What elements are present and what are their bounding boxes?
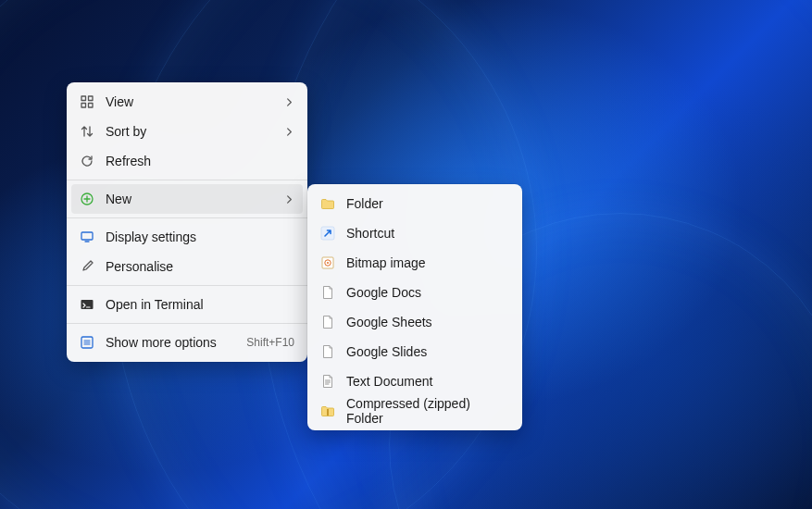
submenu-item-label: Text Document (346, 374, 509, 389)
svg-rect-3 (89, 104, 94, 108)
submenu-item-google-slides[interactable]: Google Slides (313, 337, 517, 366)
menu-item-label: Open in Terminal (106, 297, 294, 312)
svg-rect-1 (89, 96, 94, 101)
menu-item-show-more-options[interactable]: Show more options Shift+F10 (67, 328, 307, 357)
sort-icon (80, 124, 94, 139)
submenu-item-label: Bitmap image (346, 255, 509, 270)
menu-separator (67, 323, 307, 324)
menu-item-refresh[interactable]: Refresh (67, 146, 307, 176)
menu-item-open-in-terminal[interactable]: Open in Terminal (67, 290, 307, 319)
document-icon (320, 285, 335, 300)
submenu-item-label: Compressed (zipped) Folder (346, 396, 509, 426)
zip-folder-icon (320, 403, 335, 418)
menu-separator (67, 180, 307, 180)
document-icon (320, 315, 335, 329)
menu-item-new[interactable]: New (71, 184, 303, 214)
svg-rect-2 (81, 104, 86, 108)
keyboard-shortcut: Shift+F10 (246, 336, 294, 349)
more-options-icon (80, 335, 94, 350)
svg-rect-12 (327, 409, 329, 416)
menu-item-label: New (106, 192, 283, 206)
menu-item-personalise[interactable]: Personalise (67, 252, 307, 281)
svg-rect-0 (81, 96, 86, 101)
bitmap-image-icon (320, 255, 335, 270)
svg-point-11 (327, 262, 329, 264)
submenu-item-label: Folder (346, 196, 509, 211)
menu-item-label: View (106, 94, 283, 109)
refresh-icon (80, 154, 94, 168)
menu-item-label: Personalise (106, 259, 294, 274)
brush-icon (80, 259, 94, 274)
submenu-item-compressed-folder[interactable]: Compressed (zipped) Folder (313, 396, 517, 426)
menu-separator (67, 285, 307, 286)
submenu-item-text-document[interactable]: Text Document (313, 366, 517, 396)
submenu-item-label: Shortcut (346, 226, 509, 241)
svg-rect-5 (81, 232, 93, 240)
submenu-item-google-docs[interactable]: Google Docs (313, 278, 517, 307)
menu-item-sort-by[interactable]: Sort by (67, 117, 307, 146)
chevron-right-icon (283, 126, 294, 137)
folder-icon (320, 196, 335, 211)
menu-item-label: Show more options (106, 335, 246, 350)
submenu-item-bitmap-image[interactable]: Bitmap image (313, 248, 517, 278)
submenu-item-label: Google Slides (346, 344, 509, 359)
submenu-item-label: Google Docs (346, 285, 509, 300)
shortcut-arrow-icon (320, 226, 335, 241)
submenu-item-google-sheets[interactable]: Google Sheets (313, 307, 517, 337)
document-icon (320, 344, 335, 359)
text-document-icon (320, 374, 335, 389)
menu-item-label: Display settings (106, 230, 294, 244)
menu-item-label: Sort by (106, 124, 283, 139)
terminal-icon (80, 297, 94, 312)
desktop-context-menu: View Sort by Refresh New Disp (67, 82, 307, 362)
menu-separator (67, 217, 307, 218)
chevron-right-icon (283, 193, 294, 205)
submenu-item-label: Google Sheets (346, 315, 509, 329)
new-plus-icon (80, 192, 94, 206)
display-icon (80, 230, 94, 244)
view-grid-icon (80, 94, 94, 109)
new-submenu: Folder Shortcut Bitmap image Google Docs… (307, 184, 522, 430)
submenu-item-folder[interactable]: Folder (313, 189, 517, 218)
submenu-item-shortcut[interactable]: Shortcut (313, 218, 517, 248)
menu-item-view[interactable]: View (67, 87, 307, 117)
menu-item-label: Refresh (106, 154, 294, 168)
menu-item-display-settings[interactable]: Display settings (67, 222, 307, 252)
chevron-right-icon (283, 96, 294, 107)
